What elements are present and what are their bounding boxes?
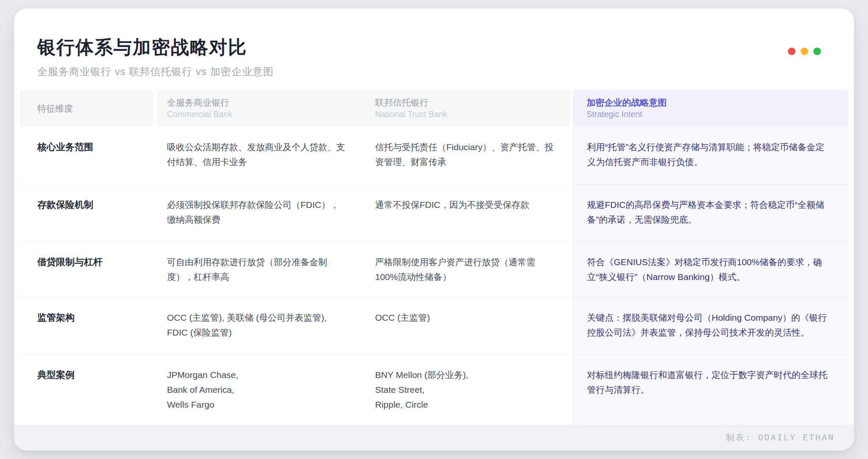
cell-trust-bank: BNY Mellon (部分业务), State Street, Ripple,… xyxy=(365,355,573,425)
minimize-icon[interactable] xyxy=(801,48,808,55)
column-header-label: 加密企业的战略意图 xyxy=(587,97,849,109)
cell-commercial-bank: 吸收公众活期存款、发放商业及个人贷款、支付结算、信用卡业务 xyxy=(157,127,365,184)
close-icon[interactable] xyxy=(788,48,796,55)
table-row: 借贷限制与杠杆 可自由利用存款进行放贷（部分准备金制度），杠杆率高 严格限制使用… xyxy=(19,242,849,297)
column-header-label: 全服务商业银行 xyxy=(167,97,365,109)
page-title: 银行体系与加密战略对比 xyxy=(37,36,854,59)
cell-commercial-bank: 可自由利用存款进行放贷（部分准备金制度），杠杆率高 xyxy=(157,242,365,297)
cell-strategic-intent: 对标纽约梅隆银行和道富银行，定位于数字资产时代的全球托管行与清算行。 xyxy=(573,355,849,425)
column-header-strategic-intent: 加密企业的战略意图 Strategic Intent xyxy=(573,90,849,127)
table-header-row: 特征维度 全服务商业银行 Commercial Bank 联邦信托银行 Nati… xyxy=(19,90,849,127)
comparison-card: 银行体系与加密战略对比 全服务商业银行 vs 联邦信托银行 vs 加密企业意图 … xyxy=(14,8,854,451)
page-subtitle: 全服务商业银行 vs 联邦信托银行 vs 加密企业意图 xyxy=(37,64,854,79)
column-header-sublabel: Strategic Intent xyxy=(587,109,849,120)
cell-commercial-bank: 必须强制投保联邦存款保险公司（FDIC），缴纳高额保费 xyxy=(157,185,365,241)
cell-commercial-bank: OCC (主监管), 美联储 (母公司并表监管), FDIC (保险监管) xyxy=(157,297,365,354)
table-row: 存款保险机制 必须强制投保联邦存款保险公司（FDIC），缴纳高额保费 通常不投保… xyxy=(19,185,849,242)
cell-strategic-intent: 符合《GENIUS法案》对稳定币发行商100%储备的要求，确立“狭义银行”（Na… xyxy=(573,242,849,297)
column-header-sublabel: National Trust Bank xyxy=(375,109,570,120)
cell-trust-bank: 通常不投保FDIC，因为不接受受保存款 xyxy=(365,185,573,241)
bank-columns-header-band: 全服务商业银行 Commercial Bank 联邦信托银行 National … xyxy=(157,90,570,127)
credit-value: ODAILY ETHAN xyxy=(758,432,835,442)
cell-trust-bank: 信托与受托责任（Fiduciary）、资产托管、投资管理、财富传承 xyxy=(365,127,573,184)
cell-strategic-intent: 利用“托管”名义行使资产存储与清算职能；将稳定币储备金定义为信托资产而非银行负债… xyxy=(573,127,849,184)
zoom-icon[interactable] xyxy=(813,48,821,55)
row-feature-label: 存款保险机制 xyxy=(19,185,153,241)
row-feature-label: 核心业务范围 xyxy=(19,127,153,184)
credit-text: 制表: ODAILY ETHAN xyxy=(726,432,835,443)
table-row: 核心业务范围 吸收公众活期存款、发放商业及个人贷款、支付结算、信用卡业务 信托与… xyxy=(19,127,849,185)
card-header: 银行体系与加密战略对比 全服务商业银行 vs 联邦信托银行 vs 加密企业意图 xyxy=(14,8,854,79)
table-row: 监管架构 OCC (主监管), 美联储 (母公司并表监管), FDIC (保险监… xyxy=(19,297,849,355)
comparison-table: 特征维度 全服务商业银行 Commercial Bank 联邦信托银行 Nati… xyxy=(19,90,849,425)
cell-commercial-bank: JPMorgan Chase, Bank of America, Wells F… xyxy=(157,355,365,425)
credit-label: 制表: xyxy=(726,432,751,442)
column-header-sublabel: Commercial Bank xyxy=(167,109,365,120)
column-header-feature: 特征维度 xyxy=(19,90,153,127)
window-controls xyxy=(788,48,821,55)
table-row: 典型案例 JPMorgan Chase, Bank of America, We… xyxy=(19,355,849,425)
cell-trust-bank: OCC (主监管) xyxy=(365,297,573,354)
row-feature-label: 借贷限制与杠杆 xyxy=(19,242,153,297)
column-header-trust-bank: 联邦信托银行 National Trust Bank xyxy=(365,90,570,127)
column-header-commercial-bank: 全服务商业银行 Commercial Bank xyxy=(157,90,365,127)
row-feature-label: 监管架构 xyxy=(19,297,153,354)
cell-trust-bank: 严格限制使用客户资产进行放贷（通常需100%流动性储备） xyxy=(365,242,573,297)
column-header-label: 特征维度 xyxy=(37,103,73,115)
cell-strategic-intent: 关键点：摆脱美联储对母公司（Holding Company）的《银行控股公司法》… xyxy=(573,297,849,354)
card-footer: 制表: ODAILY ETHAN xyxy=(14,425,854,451)
cell-strategic-intent: 规避FDIC的高昂保费与严格资本金要求；符合稳定币“全额储备”的承诺，无需保险兜… xyxy=(573,185,849,241)
row-feature-label: 典型案例 xyxy=(19,355,153,425)
column-header-label: 联邦信托银行 xyxy=(375,97,570,109)
